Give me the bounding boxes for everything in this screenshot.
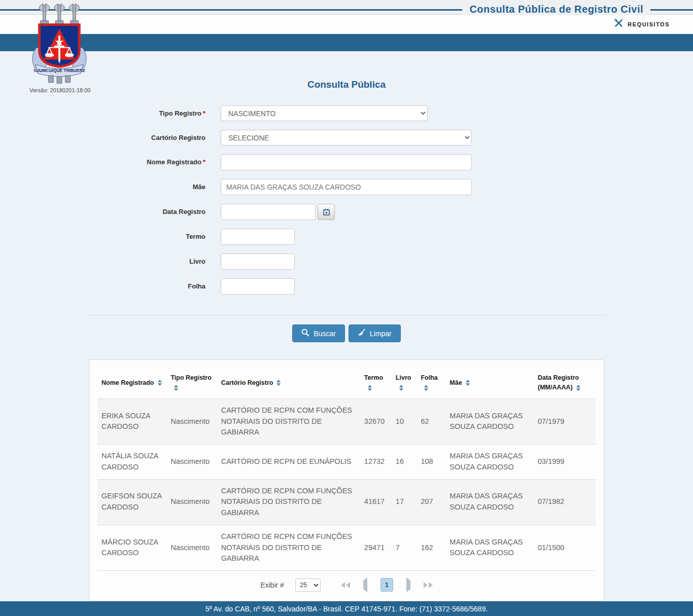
version-text: Versão: 20180201-18:00 bbox=[29, 87, 90, 93]
required-asterisk: * bbox=[203, 110, 205, 117]
requisitos-link[interactable]: REQUISITOS bbox=[614, 18, 670, 30]
termo-label: Termo bbox=[186, 233, 205, 240]
app-title: Consulta Pública de Registro Civil bbox=[462, 4, 650, 15]
mae-input[interactable] bbox=[221, 179, 472, 195]
form-row-termo: Termo bbox=[0, 229, 693, 245]
sort-icon bbox=[466, 380, 470, 386]
page-size-select[interactable]: 25 bbox=[295, 578, 321, 592]
main-content: Consulta Pública Tipo Registro* NASCIMEN… bbox=[0, 51, 693, 601]
calendar-icon bbox=[323, 208, 330, 215]
logo-block: ★ SUUMCUIQUE TRIBUERE Versão: 20180201-1… bbox=[29, 2, 90, 93]
action-buttons: Buscar Limpar bbox=[0, 324, 693, 342]
next-page-button[interactable] bbox=[406, 581, 410, 590]
coat-of-arms-logo: ★ SUUMCUIQUE TRIBUERE bbox=[29, 2, 89, 84]
results-table: Nome Registrado Tipo Registro Cartório R… bbox=[97, 366, 596, 571]
sort-icon bbox=[424, 385, 428, 391]
header-mae[interactable]: Mãe bbox=[445, 366, 534, 398]
table-row: ERIKA SOUZA CARDOSO Nascimento CARTÓRIO … bbox=[97, 398, 596, 444]
menu-band: REQUISITOS bbox=[0, 15, 693, 33]
form-row-tipo-registro: Tipo Registro* NASCIMENTO bbox=[0, 105, 693, 121]
livro-label: Livro bbox=[189, 258, 205, 265]
cartorio-registro-label: Cartório Registro bbox=[151, 134, 205, 141]
sort-icon bbox=[276, 380, 281, 386]
sort-icon bbox=[174, 385, 178, 391]
broom-icon bbox=[358, 329, 366, 338]
logo-motto: SUUMCUIQUE TRIBUERE bbox=[33, 68, 85, 73]
results-card: Nome Registrado Tipo Registro Cartório R… bbox=[89, 359, 604, 601]
form-row-folha: Folha bbox=[0, 278, 693, 295]
exibir-label: Exibir # bbox=[260, 581, 284, 589]
folha-input[interactable] bbox=[221, 278, 295, 295]
last-page-button[interactable] bbox=[424, 582, 433, 588]
limpar-button[interactable]: Limpar bbox=[349, 324, 401, 342]
header-folha[interactable]: Folha bbox=[417, 366, 445, 398]
sort-icon bbox=[368, 385, 372, 391]
header-tipo-registro[interactable]: Tipo Registro bbox=[166, 366, 217, 398]
tools-icon bbox=[614, 18, 623, 30]
form-row-livro: Livro bbox=[0, 253, 693, 270]
previous-page-button[interactable] bbox=[363, 581, 367, 590]
livro-input[interactable] bbox=[221, 253, 295, 270]
table-header-row: Nome Registrado Tipo Registro Cartório R… bbox=[97, 366, 596, 398]
form-row-nome-registrado: Nome Registrado* bbox=[0, 154, 693, 170]
search-icon bbox=[301, 329, 309, 338]
form-row-mae: Mãe bbox=[0, 179, 693, 195]
top-header-strip: Consulta Pública de Registro Civil bbox=[0, 0, 693, 15]
form-row-data-registro: Data Registro bbox=[0, 204, 693, 220]
footer: 5ª Av. do CAB, nº 560, Salvador/BA - Bra… bbox=[0, 601, 693, 616]
page: Consulta Pública de Registro Civil REQUI… bbox=[0, 0, 693, 616]
header-data-registro[interactable]: Data Registro (MM/AAAA) bbox=[534, 366, 596, 398]
sort-icon bbox=[399, 385, 403, 391]
footer-address: 5ª Av. do CAB, nº 560, Salvador/BA - Bra… bbox=[205, 605, 488, 613]
nome-registrado-input[interactable] bbox=[221, 154, 472, 170]
required-asterisk: * bbox=[203, 158, 205, 166]
calendar-button[interactable] bbox=[318, 204, 335, 220]
form-divider bbox=[88, 315, 605, 315]
table-row: NATÁLIA SOUZA CARDOSO Nascimento CARTÓRI… bbox=[97, 445, 596, 480]
tipo-registro-select[interactable]: NASCIMENTO bbox=[221, 105, 428, 121]
mae-label: Mãe bbox=[193, 183, 205, 191]
sort-icon bbox=[158, 380, 162, 386]
header-cartorio-registro[interactable]: Cartório Registro bbox=[217, 366, 360, 398]
pagination: Exibir # 25 1 bbox=[97, 578, 596, 592]
data-registro-input[interactable] bbox=[221, 204, 316, 220]
sort-icon bbox=[576, 385, 580, 391]
page-title: Consulta Pública bbox=[0, 79, 693, 90]
table-row: MÁRCIO SOUZA CARDOSO Nascimento CARTÓRIO… bbox=[97, 525, 596, 570]
table-row: GEIFSON SOUZA CARDOSO Nascimento CARTÓRI… bbox=[97, 479, 596, 525]
first-page-button[interactable] bbox=[341, 582, 350, 588]
tipo-registro-label: Tipo Registro bbox=[159, 110, 201, 117]
folha-label: Folha bbox=[188, 282, 205, 290]
form-row-cartorio-registro: Cartório Registro SELECIONE bbox=[0, 130, 693, 146]
requisitos-label: REQUISITOS bbox=[628, 21, 670, 27]
nome-registrado-label: Nome Registrado bbox=[147, 158, 201, 166]
page-number-button[interactable]: 1 bbox=[380, 578, 393, 592]
header-nome-registrado[interactable]: Nome Registrado bbox=[97, 366, 166, 398]
cartorio-registro-select[interactable]: SELECIONE bbox=[221, 130, 472, 146]
buscar-button[interactable]: Buscar bbox=[292, 324, 345, 342]
termo-input[interactable] bbox=[221, 229, 295, 245]
header-termo[interactable]: Termo bbox=[360, 366, 392, 398]
data-registro-label: Data Registro bbox=[162, 208, 205, 215]
header-livro[interactable]: Livro bbox=[392, 366, 417, 398]
header-blue-band bbox=[0, 34, 693, 52]
